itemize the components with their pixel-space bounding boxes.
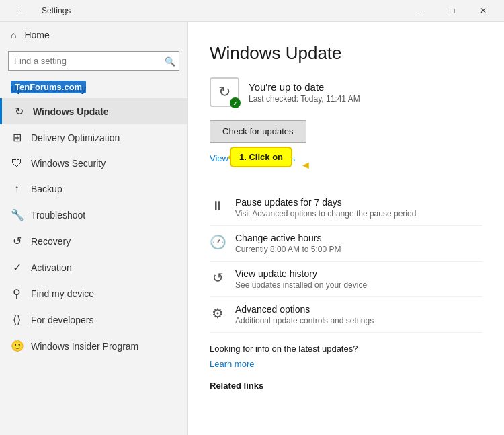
sidebar-item-recovery[interactable]: ↺ Recovery	[0, 228, 187, 254]
learn-more-link[interactable]: Learn more	[210, 359, 254, 369]
sidebar-item-windows-insider[interactable]: 🙂 Windows Insider Program	[0, 333, 187, 359]
option-item-3[interactable]: ⚙ Advanced options Additional update con…	[210, 297, 482, 333]
sidebar-item-windows-security[interactable]: 🛡 Windows Security	[0, 151, 187, 176]
minimize-button[interactable]: ─	[406, 0, 437, 22]
sidebar-item-label-activation: Activation	[31, 262, 72, 273]
content-panel: Windows Update ↻ ✓ You're up to date Las…	[188, 22, 504, 435]
option-desc-0: Visit Advanced options to change the pau…	[235, 209, 416, 219]
close-button[interactable]: ✕	[468, 0, 499, 22]
sidebar-item-backup[interactable]: ↑ Backup	[0, 176, 187, 202]
option-icon-2: ↺	[210, 270, 226, 286]
activation-icon: ✓	[11, 261, 23, 274]
sidebar-item-for-developers[interactable]: ⟨⟩ For developers	[0, 307, 187, 333]
update-status-icon: ↻ ✓	[210, 77, 239, 107]
back-button[interactable]: ←	[5, 0, 36, 22]
option-text-2: View update history See updates installe…	[235, 268, 367, 290]
callout-balloon: 1. Click on	[230, 147, 292, 167]
status-row: ↻ ✓ You're up to date Last checked: Toda…	[210, 77, 482, 107]
sidebar-item-windows-update[interactable]: ↻ Windows Update	[0, 98, 187, 124]
search-input[interactable]	[8, 51, 179, 71]
titlebar-controls: ─ □ ✕	[406, 0, 499, 22]
option-item-0[interactable]: ⏸ Pause updates for 7 days Visit Advance…	[210, 190, 482, 226]
option-icon-1: 🕐	[210, 234, 226, 250]
home-label: Home	[24, 30, 49, 40]
option-text-3: Advanced options Additional update contr…	[235, 304, 374, 325]
sidebar-item-label-recovery: Recovery	[31, 236, 71, 247]
refresh-icon: ↻	[218, 83, 230, 101]
option-icon-0: ⏸	[210, 198, 226, 214]
status-title: You're up to date	[249, 81, 360, 93]
titlebar-title: Settings	[42, 6, 71, 15]
options-list: ⏸ Pause updates for 7 days Visit Advance…	[210, 190, 482, 333]
sidebar-item-activation[interactable]: ✓ Activation	[0, 254, 187, 280]
search-icon: 🔍	[165, 56, 175, 66]
search-box: 🔍	[8, 51, 179, 71]
status-text-block: You're up to date Last checked: Today, 1…	[249, 81, 360, 104]
info-heading: Looking for info on the latest updates?	[210, 344, 482, 354]
sidebar-item-troubleshoot[interactable]: 🔧 Troubleshoot	[0, 202, 187, 228]
arrow-icon: ◄	[300, 159, 311, 171]
home-icon: ⌂	[11, 30, 16, 40]
sidebar-item-delivery-optimization[interactable]: ⊞ Delivery Optimization	[0, 124, 187, 151]
option-desc-3: Additional update controls and settings	[235, 316, 374, 325]
option-text-1: Change active hours Currently 8:00 AM to…	[235, 233, 341, 254]
recovery-icon: ↺	[11, 235, 23, 247]
titlebar-left: ← Settings	[5, 0, 71, 22]
check-updates-button[interactable]: Check for updates	[210, 120, 306, 143]
windows-insider-icon: 🙂	[11, 340, 23, 352]
option-title-1: Change active hours	[235, 233, 341, 243]
for-developers-icon: ⟨⟩	[11, 313, 23, 326]
windows-update-icon: ↻	[13, 105, 25, 118]
sidebar: ⌂ Home 🔍 Update & Security ↻ Windows Upd…	[0, 22, 188, 435]
sidebar-home-item[interactable]: ⌂ Home	[0, 22, 187, 48]
sidebar-item-label-windows-insider: Windows Insider Program	[31, 341, 138, 352]
delivery-optimization-icon: ⊞	[11, 131, 23, 144]
sidebar-item-label-backup: Backup	[31, 184, 62, 194]
info-section: Looking for info on the latest updates? …	[210, 344, 482, 370]
windows-security-icon: 🛡	[11, 157, 23, 169]
section-title: Update & Security	[0, 79, 187, 98]
backup-icon: ↑	[11, 183, 23, 195]
option-desc-1: Currently 8:00 AM to 5:00 PM	[235, 245, 341, 254]
option-title-2: View update history	[235, 268, 367, 279]
titlebar: ← Settings ─ □ ✕	[0, 0, 504, 22]
troubleshoot-icon: 🔧	[11, 208, 23, 221]
app-body: TenForums.com ⌂ Home 🔍 Update & Security…	[0, 22, 504, 435]
optional-updates-row: View optional updates ◄ 1. Click on	[210, 153, 482, 177]
maximize-button[interactable]: □	[437, 0, 468, 22]
option-item-1[interactable]: 🕐 Change active hours Currently 8:00 AM …	[210, 226, 482, 262]
find-my-device-icon: ⚲	[11, 287, 23, 300]
sidebar-item-label-delivery-optimization: Delivery Optimization	[31, 132, 120, 143]
status-subtitle: Last checked: Today, 11:41 AM	[249, 94, 360, 104]
option-icon-3: ⚙	[210, 305, 226, 321]
sidebar-item-label-windows-update: Windows Update	[33, 106, 109, 117]
sidebar-items: ↻ Windows Update ⊞ Delivery Optimization…	[0, 98, 187, 359]
sidebar-item-label-find-my-device: Find my device	[31, 288, 94, 299]
option-desc-2: See updates installed on your device	[235, 280, 367, 290]
sidebar-item-find-my-device[interactable]: ⚲ Find my device	[0, 280, 187, 307]
sidebar-item-label-troubleshoot: Troubleshoot	[31, 210, 85, 221]
check-badge: ✓	[230, 97, 241, 108]
option-text-0: Pause updates for 7 days Visit Advanced …	[235, 197, 416, 219]
option-item-2[interactable]: ↺ View update history See updates instal…	[210, 262, 482, 297]
sidebar-item-label-windows-security: Windows Security	[31, 158, 106, 169]
related-links-heading: Related links	[210, 381, 482, 391]
page-title: Windows Update	[210, 43, 482, 64]
option-title-3: Advanced options	[235, 304, 374, 315]
sidebar-item-label-for-developers: For developers	[31, 315, 93, 325]
option-title-0: Pause updates for 7 days	[235, 197, 416, 208]
